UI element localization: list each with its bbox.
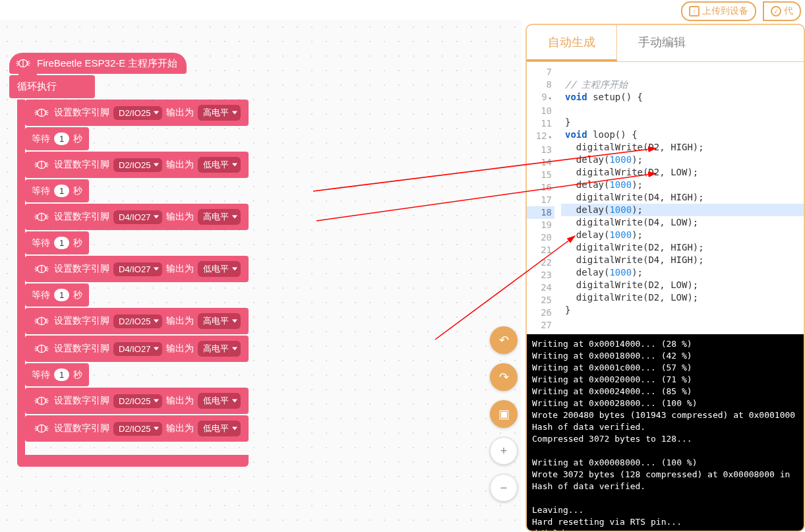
level-dropdown[interactable]: 低电平 bbox=[198, 157, 241, 173]
wait-label: 等待 bbox=[32, 289, 50, 301]
set-pin-block[interactable]: 设置数字引脚D2/IO25输出为低电平 bbox=[25, 388, 249, 414]
pin-dropdown[interactable]: D2/IO25 bbox=[113, 158, 162, 172]
output-console[interactable]: Writing at 0x00014000... (28 %) Writing … bbox=[527, 334, 804, 531]
level-dropdown[interactable]: 低电平 bbox=[198, 421, 241, 436]
line-number: 21 bbox=[527, 244, 554, 256]
wait-value-input[interactable]: 1 bbox=[54, 237, 69, 249]
output-as-label: 输出为 bbox=[166, 107, 194, 119]
loop-block[interactable]: 循环执行 bbox=[9, 75, 95, 98]
output-as-label: 输出为 bbox=[166, 315, 194, 327]
right-partial-label: 代 bbox=[784, 5, 793, 17]
block-workspace[interactable]: FireBeetle ESP32-E 主程序开始 循环执行 设置数字引脚D2/I… bbox=[0, 20, 522, 532]
code-line: digitalWrite(D4, HIGH); bbox=[561, 191, 804, 204]
wait-value-input[interactable]: 1 bbox=[54, 289, 69, 301]
line-number: 19 bbox=[527, 219, 554, 231]
pin-dropdown[interactable]: D2/IO25 bbox=[113, 106, 162, 120]
wait-value-input[interactable]: 1 bbox=[54, 133, 69, 145]
minus-icon: − bbox=[500, 481, 508, 495]
set-pin-label: 设置数字引脚 bbox=[54, 107, 109, 119]
code-line: } bbox=[561, 116, 804, 129]
line-number: 11 bbox=[527, 117, 554, 130]
line-number: 16 bbox=[527, 181, 554, 194]
code-line: digitalWrite(D2, LOW); bbox=[561, 166, 804, 179]
wait-block[interactable]: 等待1秒 bbox=[25, 127, 89, 150]
set-pin-block[interactable]: 设置数字引脚D4/IO27输出为高电平 bbox=[25, 204, 249, 230]
unit-label: 秒 bbox=[73, 369, 82, 381]
wait-value-input[interactable]: 1 bbox=[54, 369, 69, 381]
wait-block[interactable]: 等待1秒 bbox=[25, 363, 89, 386]
block-stack: 设置数字引脚D2/IO25输出为高电平等待1秒设置数字引脚D2/IO25输出为低… bbox=[17, 100, 249, 467]
undo-button[interactable]: ↶ bbox=[490, 326, 518, 354]
code-editor[interactable]: 789101112131415161718192021222324252627 … bbox=[527, 62, 804, 332]
level-dropdown[interactable]: 高电平 bbox=[198, 313, 241, 329]
code-line: digitalWrite(D2, LOW); bbox=[561, 291, 804, 304]
level-dropdown[interactable]: 高电平 bbox=[198, 341, 241, 357]
output-as-label: 输出为 bbox=[166, 395, 194, 407]
code-line: digitalWrite(D2, HIGH); bbox=[561, 141, 804, 154]
beetle-icon bbox=[15, 57, 32, 70]
set-pin-block[interactable]: 设置数字引脚D2/IO25输出为高电平 bbox=[25, 308, 249, 334]
level-dropdown[interactable]: 低电平 bbox=[198, 393, 241, 409]
level-dropdown[interactable]: 高电平 bbox=[198, 209, 241, 225]
output-as-label: 输出为 bbox=[166, 211, 194, 223]
beetle-icon bbox=[33, 262, 50, 276]
hat-block[interactable]: FireBeetle ESP32-E 主程序开始 bbox=[9, 53, 187, 74]
wait-block[interactable]: 等待1秒 bbox=[25, 283, 89, 307]
redo-button[interactable]: ↷ bbox=[490, 363, 518, 391]
beetle-icon bbox=[33, 422, 50, 435]
right-panel: 自动生成 手动编辑 789101112131415161718192021222… bbox=[525, 24, 805, 532]
tab-manual-edit[interactable]: 手动编辑 bbox=[617, 25, 707, 61]
wait-label: 等待 bbox=[32, 237, 50, 249]
zoom-in-button[interactable]: + bbox=[490, 437, 518, 465]
code-line: void setup() { bbox=[561, 91, 804, 103]
wait-value-input[interactable]: 1 bbox=[54, 185, 69, 197]
right-partial-button[interactable]: ✓ 代 bbox=[763, 1, 801, 21]
floating-controls: ↶ ↷ ▣ + − bbox=[490, 326, 518, 502]
beetle-icon bbox=[33, 314, 50, 328]
line-number: 24 bbox=[527, 281, 554, 294]
code-line: digitalWrite(D2, HIGH); bbox=[561, 241, 804, 254]
line-number: 17 bbox=[527, 194, 554, 206]
wait-block[interactable]: 等待1秒 bbox=[25, 231, 89, 254]
set-pin-block[interactable]: 设置数字引脚D2/IO25输出为低电平 bbox=[25, 415, 249, 442]
level-dropdown[interactable]: 低电平 bbox=[198, 261, 241, 277]
line-number: 10 bbox=[527, 105, 554, 117]
code-line: // 主程序开始 bbox=[561, 78, 804, 91]
wait-label: 等待 bbox=[32, 133, 50, 145]
set-pin-block[interactable]: 设置数字引脚D2/IO25输出为低电平 bbox=[25, 152, 249, 178]
set-pin-block[interactable]: 设置数字引脚D4/IO27输出为低电平 bbox=[25, 256, 249, 282]
code-line: delay(1000); bbox=[561, 179, 804, 191]
pin-dropdown[interactable]: D2/IO25 bbox=[113, 422, 162, 436]
output-as-label: 输出为 bbox=[166, 159, 194, 171]
wait-block[interactable]: 等待1秒 bbox=[25, 179, 89, 202]
line-number: 8 bbox=[527, 78, 554, 91]
line-number: 7 bbox=[527, 66, 554, 78]
line-gutter: 789101112131415161718192021222324252627 bbox=[527, 66, 561, 332]
level-dropdown[interactable]: 高电平 bbox=[198, 105, 241, 121]
set-pin-label: 设置数字引脚 bbox=[54, 343, 109, 355]
unit-label: 秒 bbox=[73, 185, 82, 197]
output-as-label: 输出为 bbox=[166, 343, 194, 355]
tab-auto-generate[interactable]: 自动生成 bbox=[527, 25, 617, 61]
line-number: 26 bbox=[527, 307, 554, 319]
pin-dropdown[interactable]: D4/IO27 bbox=[113, 262, 162, 276]
code-line: delay(1000); bbox=[561, 154, 804, 166]
code-line: digitalWrite(D4, LOW); bbox=[561, 216, 804, 229]
set-pin-block[interactable]: 设置数字引脚D2/IO25输出为高电平 bbox=[25, 100, 249, 126]
plus-icon: + bbox=[500, 444, 508, 458]
wait-label: 等待 bbox=[32, 185, 50, 197]
code-line: void loop() { bbox=[561, 129, 804, 141]
beetle-icon bbox=[33, 342, 50, 355]
pin-dropdown[interactable]: D2/IO25 bbox=[113, 394, 162, 408]
upload-button[interactable]: ↑ 上传到设备 bbox=[681, 1, 756, 21]
pin-dropdown[interactable]: D2/IO25 bbox=[113, 314, 162, 328]
code-body: // 主程序开始void setup() { }void loop() { di… bbox=[561, 66, 804, 332]
crop-button[interactable]: ▣ bbox=[490, 400, 518, 428]
pin-dropdown[interactable]: D4/IO27 bbox=[113, 342, 162, 356]
code-line bbox=[561, 66, 804, 78]
beetle-icon bbox=[33, 394, 50, 407]
pin-dropdown[interactable]: D4/IO27 bbox=[113, 210, 162, 224]
undo-icon: ↶ bbox=[499, 333, 509, 347]
set-pin-block[interactable]: 设置数字引脚D4/IO27输出为高电平 bbox=[25, 336, 249, 362]
zoom-out-button[interactable]: − bbox=[490, 474, 518, 502]
